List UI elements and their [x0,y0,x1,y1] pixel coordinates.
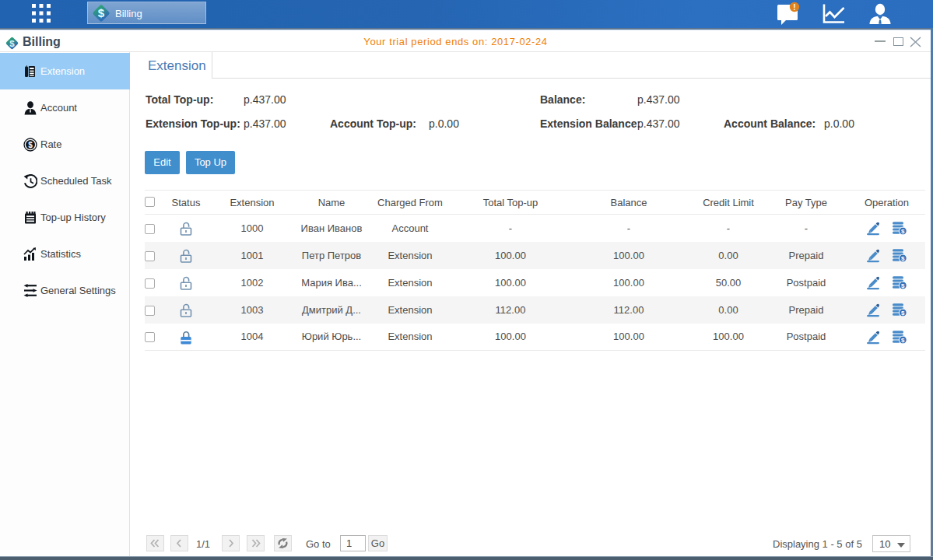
svg-text:!: ! [793,3,795,12]
svg-text:$: $ [98,6,105,19]
svg-text:$: $ [28,141,33,149]
